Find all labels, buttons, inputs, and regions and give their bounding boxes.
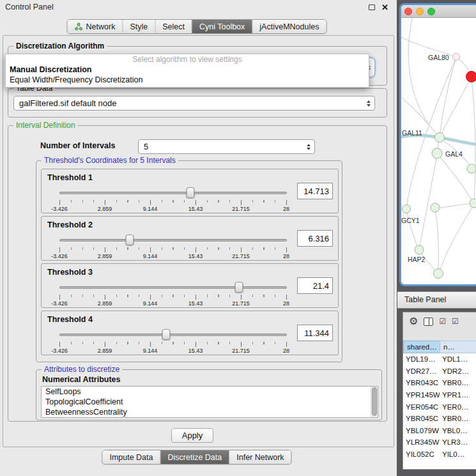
list-item[interactable]: TopologicalCoefficient <box>42 397 378 407</box>
tab-label: Cyni Toolbox <box>199 22 245 31</box>
network-node[interactable] <box>470 199 476 208</box>
table-row[interactable]: YBL079WYBL0… <box>403 425 476 437</box>
table-cell[interactable]: YPR1… <box>440 391 476 399</box>
checkbox-icon[interactable]: ☑ <box>439 317 446 326</box>
network-node[interactable] <box>403 205 411 213</box>
table-cell[interactable]: YBR043C <box>403 379 440 387</box>
app-screen: Control Panel ✕ Network Style Select Cyn… <box>0 0 476 476</box>
group-title: Discretization Algorithm <box>13 42 107 51</box>
slider-thumb-icon[interactable] <box>162 329 171 340</box>
threshold-panel: Threshold 3 -3.426 2.859 9.144 15.43 21.… <box>41 263 339 308</box>
top-tabstrip: Network Style Select Cyni Toolbox jActiv… <box>67 19 327 34</box>
table-cell[interactable]: YPR145W <box>403 391 440 399</box>
threshold-value-input[interactable] <box>297 277 333 294</box>
table-data-combobox[interactable]: galFiltered.sif default node <box>13 96 375 111</box>
slider-thumb-icon[interactable] <box>126 234 134 245</box>
slider-scale-label: 28 <box>283 300 289 307</box>
slider-thumb-icon[interactable] <box>187 187 195 198</box>
network-node[interactable] <box>415 245 424 254</box>
tab-discretize-data[interactable]: Discretize Data <box>161 450 230 464</box>
slider-scale-label: -3.426 <box>51 253 68 259</box>
traffic-light-close-icon[interactable] <box>404 8 412 15</box>
table-cell[interactable]: YLR3… <box>440 438 476 446</box>
network-icon <box>75 22 83 31</box>
columns-icon[interactable] <box>424 318 433 326</box>
traffic-light-minimize-icon[interactable] <box>416 8 424 15</box>
table-cell[interactable]: YER0… <box>440 403 476 411</box>
window-title: Control Panel <box>5 3 54 12</box>
table-cell[interactable]: YBR0… <box>440 379 476 387</box>
vertical-scrollbar[interactable] <box>371 387 378 417</box>
combo-stepper-icon[interactable] <box>364 100 374 107</box>
table-row[interactable]: YPR145WYPR1… <box>403 389 476 401</box>
network-node[interactable] <box>453 54 460 61</box>
table-cell[interactable]: YBR0… <box>440 415 476 422</box>
slider-scale-label: -3.426 <box>51 300 68 307</box>
table-cell[interactable]: YDL19… <box>403 355 440 363</box>
threshold-value-input[interactable] <box>297 230 333 247</box>
traffic-light-zoom-icon[interactable] <box>427 8 435 15</box>
apply-button[interactable]: Apply <box>171 428 213 443</box>
gear-icon[interactable]: ⚙ <box>409 316 418 326</box>
bottom-tabstrip: Impute Data Discretize Data Infer Networ… <box>102 450 291 464</box>
node-label: GAL11 <box>402 129 422 137</box>
network-canvas[interactable]: GAL80 GAL11 GAL4 GCY1 HAP2 <box>401 18 476 284</box>
table-row[interactable]: YDR27…YDR2… <box>403 365 476 378</box>
slider-scale-label: 2.859 <box>98 253 112 259</box>
network-node[interactable] <box>435 133 445 142</box>
popup-option[interactable]: Equal Width/Frequency Discretization <box>6 75 369 85</box>
tab-cyni-toolbox[interactable]: Cyni Toolbox <box>192 20 252 33</box>
list-item[interactable]: BetweennessCentrality <box>42 407 378 417</box>
table-row[interactable]: YLR345WYLR3… <box>403 436 476 449</box>
threshold-slider[interactable]: -3.426 2.859 9.144 15.43 21.715 28 <box>59 280 287 307</box>
tab-network[interactable]: Network <box>68 20 123 33</box>
threshold-slider[interactable]: -3.426 2.859 9.144 15.43 21.715 28 <box>59 328 287 355</box>
list-item[interactable]: SelfLoops <box>42 387 378 397</box>
table-cell[interactable]: YER054C <box>403 403 440 411</box>
float-window-icon[interactable] <box>369 4 375 10</box>
table-row[interactable]: YBR043CYBR0… <box>403 377 476 389</box>
threshold-slider[interactable]: -3.426 2.859 9.144 15.43 21.715 28 <box>59 186 287 213</box>
table-cell[interactable]: YLR345W <box>403 438 440 446</box>
network-node[interactable] <box>434 269 443 279</box>
network-node[interactable] <box>467 164 476 173</box>
table-row[interactable]: YIL052CYIL0… <box>403 449 476 461</box>
threshold-slider[interactable]: -3.426 2.859 9.144 15.43 21.715 28 <box>59 233 287 260</box>
network-node[interactable] <box>431 203 440 212</box>
slider-thumb-icon[interactable] <box>235 282 243 293</box>
table-cell[interactable]: YDR2… <box>440 367 476 375</box>
tab-impute-data[interactable]: Impute Data <box>102 450 160 464</box>
table-cell[interactable]: YIL0… <box>440 450 476 458</box>
table-panel-window: ⚙ ☑☑ shared… n… YDL19…YDL1… YDR27…YDR2… … <box>403 312 476 470</box>
network-node-selected[interactable] <box>466 72 476 82</box>
table-cell[interactable]: YBR045C <box>403 415 440 422</box>
threshold-value-input[interactable] <box>297 325 333 341</box>
column-header[interactable]: shared… <box>403 341 440 353</box>
tab-label: Discretize Data <box>168 453 222 462</box>
tab-style[interactable]: Style <box>123 20 155 33</box>
column-header[interactable]: n… <box>440 341 476 353</box>
table-cell[interactable]: YBL079W <box>403 427 440 434</box>
table-cell[interactable]: YIL052C <box>403 450 440 458</box>
table-cell[interactable]: YDL1… <box>440 355 476 363</box>
table-row[interactable]: YDL19…YDL1… <box>403 353 476 365</box>
tab-infer-network[interactable]: Infer Network <box>229 450 291 464</box>
slider-scale-label: 15.43 <box>188 253 203 259</box>
table-cell[interactable]: YDR27… <box>403 367 440 375</box>
table-row[interactable]: YER054CYER0… <box>403 401 476 413</box>
table-row[interactable]: YBR045CYBR0… <box>403 413 476 425</box>
checkbox-icon[interactable]: ☑ <box>452 317 459 326</box>
scrollbar-thumb[interactable] <box>372 387 377 416</box>
threshold-value-input[interactable] <box>297 183 333 199</box>
network-node[interactable] <box>432 148 442 158</box>
tab-jactivemodules[interactable]: jActiveMNodules <box>252 20 326 33</box>
table-cell[interactable]: YBL0… <box>440 427 476 434</box>
table-toolbar: ⚙ ☑☑ <box>403 312 476 330</box>
num-intervals-combobox[interactable]: 5 <box>138 139 315 154</box>
combo-stepper-icon[interactable] <box>304 144 314 150</box>
close-icon[interactable]: ✕ <box>381 3 388 12</box>
tab-label: Style <box>130 22 148 31</box>
slider-scale-label: 28 <box>283 253 289 259</box>
tab-select[interactable]: Select <box>155 20 192 33</box>
popup-option[interactable]: Manual Discretization <box>6 65 369 75</box>
